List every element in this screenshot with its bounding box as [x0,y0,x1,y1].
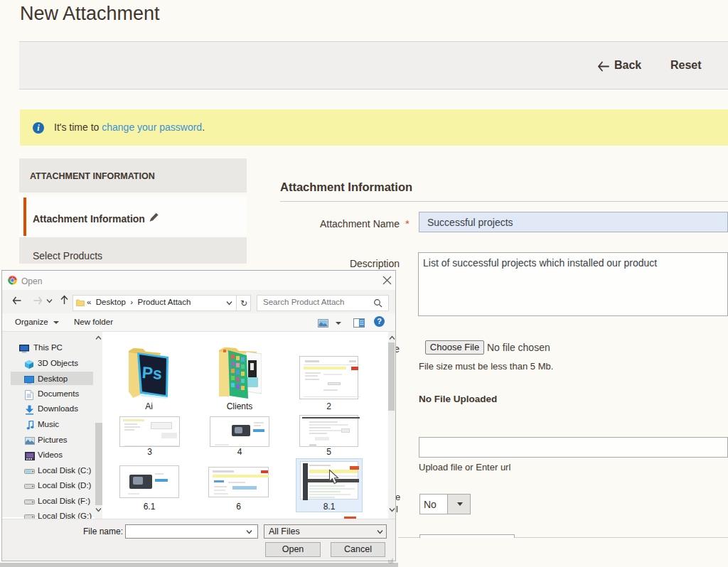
svg-text:Ps: Ps [141,363,163,383]
